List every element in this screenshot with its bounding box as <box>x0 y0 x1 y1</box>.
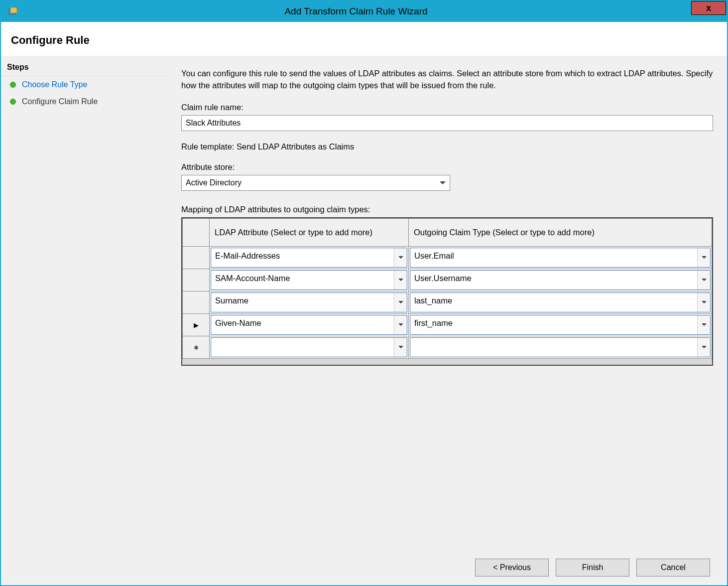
chevron-down-icon <box>697 338 710 357</box>
claim-type-dropdown[interactable] <box>410 337 711 357</box>
step-label: Configure Claim Rule <box>22 97 98 106</box>
grid-scrollbar[interactable] <box>182 359 712 365</box>
steps-header: Steps <box>1 60 169 76</box>
window-title: Add Transform Claim Rule Wizard <box>20 6 727 17</box>
mapping-label: Mapping of LDAP attributes to outgoing c… <box>181 205 713 214</box>
ldap-attribute-dropdown[interactable] <box>211 337 407 357</box>
step-label: Choose Rule Type <box>22 80 87 89</box>
svg-rect-1 <box>10 7 17 13</box>
column-header-claim: Outgoing Claim Type (Select or type to a… <box>409 218 712 246</box>
titlebar: Add Transform Claim Rule Wizard x <box>1 1 727 22</box>
claim-rule-name-label: Claim rule name: <box>181 103 713 112</box>
chevron-down-icon <box>394 338 407 357</box>
footer-buttons: < Previous Finish Cancel <box>1 551 727 584</box>
row-selector-new[interactable] <box>183 336 210 358</box>
claim-type-dropdown[interactable]: User.Username <box>410 270 711 290</box>
claim-type-dropdown[interactable]: first_name <box>410 315 711 335</box>
row-selector-current[interactable] <box>183 313 210 336</box>
step-configure-claim-rule[interactable]: Configure Claim Rule <box>1 93 169 110</box>
window-icon <box>6 4 20 18</box>
table-row: E-Mail-Addresses User.Email <box>183 246 712 269</box>
column-header-ldap: LDAP Attribute (Select or type to add mo… <box>210 218 409 246</box>
ldap-attribute-dropdown[interactable]: E-Mail-Addresses <box>211 248 407 268</box>
step-bullet-icon <box>10 99 16 105</box>
rule-template-text: Rule template: Send LDAP Attributes as C… <box>181 142 713 151</box>
steps-sidebar: Steps Choose Rule Type Configure Claim R… <box>1 56 169 551</box>
close-icon: x <box>706 3 711 13</box>
claim-type-dropdown[interactable]: last_name <box>410 293 711 312</box>
table-row: Surname last_name <box>183 291 712 313</box>
page-title: Configure Rule <box>1 22 727 56</box>
ldap-attribute-dropdown[interactable]: SAM-Account-Name <box>211 270 407 290</box>
chevron-down-icon <box>394 248 407 267</box>
table-row-new <box>183 336 712 358</box>
table-row: SAM-Account-Name User.Username <box>183 269 712 291</box>
chevron-down-icon <box>697 271 710 290</box>
main-panel: You can configure this rule to send the … <box>169 56 727 551</box>
attribute-store-dropdown[interactable]: Active Directory <box>181 175 450 191</box>
row-selector[interactable] <box>183 246 210 269</box>
chevron-down-icon <box>697 293 710 312</box>
claim-type-dropdown[interactable]: User.Email <box>410 248 711 268</box>
claim-rule-name-input[interactable] <box>181 115 713 131</box>
instructions-text: You can configure this rule to send the … <box>181 68 713 92</box>
row-selector[interactable] <box>183 269 210 291</box>
chevron-down-icon <box>394 271 407 290</box>
wizard-window: Add Transform Claim Rule Wizard x Config… <box>0 0 728 586</box>
body: Steps Choose Rule Type Configure Claim R… <box>1 56 727 551</box>
attribute-store-label: Attribute store: <box>181 162 713 172</box>
row-selector[interactable] <box>183 291 210 313</box>
chevron-down-icon <box>436 175 450 190</box>
ldap-attribute-dropdown[interactable]: Surname <box>211 293 407 312</box>
chevron-down-icon <box>394 293 407 312</box>
chevron-down-icon <box>697 248 710 267</box>
attribute-store-value: Active Directory <box>186 178 436 187</box>
table-row: Given-Name first_name <box>183 313 712 336</box>
mapping-grid: LDAP Attribute (Select or type to add mo… <box>181 217 713 366</box>
close-button[interactable]: x <box>691 1 726 15</box>
finish-button[interactable]: Finish <box>556 559 629 577</box>
chevron-down-icon <box>697 315 710 334</box>
step-choose-rule-type[interactable]: Choose Rule Type <box>1 76 169 93</box>
chevron-down-icon <box>394 315 407 334</box>
previous-button[interactable]: < Previous <box>475 559 549 577</box>
grid-corner-cell <box>183 218 210 246</box>
step-bullet-icon <box>10 82 16 88</box>
ldap-attribute-dropdown[interactable]: Given-Name <box>211 315 407 335</box>
cancel-button[interactable]: Cancel <box>636 559 710 577</box>
